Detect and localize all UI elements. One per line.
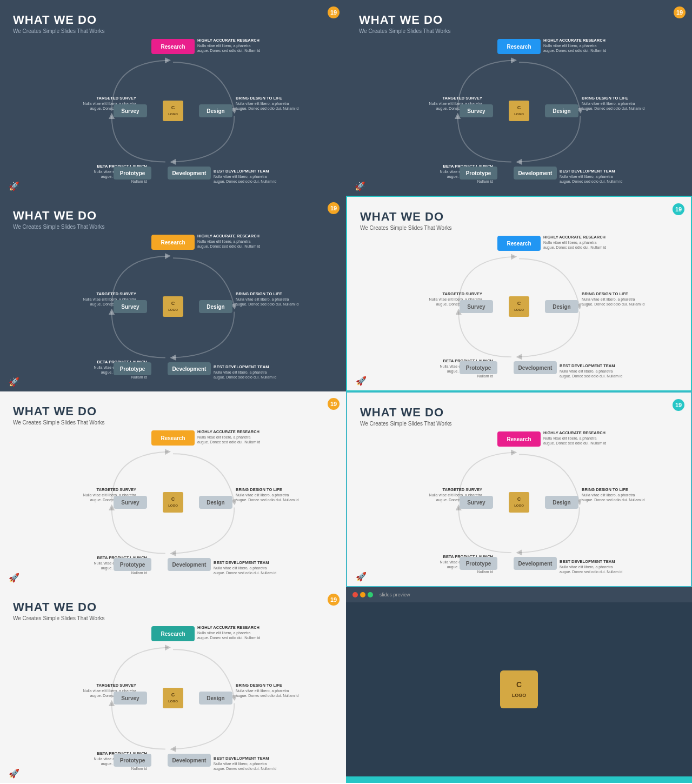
slide-8: slides preview CLOGO — [346, 587, 692, 783]
bottom-bar — [346, 776, 692, 783]
node-prototype-4: Prototype — [460, 361, 497, 374]
subtitle-slide5: We Creates Simple Slides That Works — [13, 420, 333, 426]
diagram-slide7: CLOGO Research Survey Design Prototype D… — [0, 624, 346, 772]
badge-slide4: 19 — [673, 203, 684, 215]
center-logo-5: CLOGO — [163, 492, 183, 513]
label-design-5: BRING DESIGN TO LIFE Nulla vitae elit li… — [236, 487, 301, 502]
slide-7: 19 WHAT WE DO We Creates Simple Slides T… — [0, 587, 346, 783]
label-research-5: HIGHLY ACCURATE RESEARCH Nulla vitae eli… — [197, 429, 262, 444]
center-logo-2: CLOGO — [509, 101, 529, 121]
subtitle-slide2: We Creates Simple Slides That Works — [359, 28, 679, 34]
title-slide3: WHAT WE DO — [13, 209, 333, 223]
window-title: slides preview — [380, 592, 410, 597]
label-development-1: BEST DEVELOPMENT TEAM Nulla vitae elit l… — [214, 169, 278, 184]
node-research-4: Research — [497, 236, 541, 251]
node-development-3: Development — [168, 362, 211, 375]
label-design-7: BRING DESIGN TO LIFE Nulla vitae elit li… — [236, 683, 301, 698]
node-survey-4: Survey — [460, 300, 493, 313]
center-logo-1: CLOGO — [163, 101, 183, 121]
node-research-5: Research — [151, 430, 195, 446]
label-development-5: BEST DEVELOPMENT TEAM Nulla vitae elit l… — [214, 560, 278, 575]
label-research-7: HIGHLY ACCURATE RESEARCH Nulla vitae eli… — [197, 625, 262, 640]
subtitle-slide4: We Creates Simple Slides That Works — [360, 225, 678, 231]
label-design-3: BRING DESIGN TO LIFE Nulla vitae elit li… — [236, 291, 301, 307]
title-slide4: WHAT WE DO — [360, 210, 678, 224]
center-logo-6: CLOGO — [509, 492, 529, 513]
node-development-6: Development — [514, 557, 557, 570]
diagram-slide2: CLOGO Research Survey Design Prototype D… — [346, 37, 692, 185]
slide-3: 19 WHAT WE DO We Creates Simple Slides T… — [0, 196, 346, 391]
label-research-1: HIGHLY ACCURATE RESEARCH Nulla vitae eli… — [197, 38, 262, 53]
node-survey-5: Survey — [114, 496, 147, 509]
subtitle-slide6: We Creates Simple Slides That Works — [360, 421, 678, 427]
node-design-6: Design — [545, 496, 578, 509]
node-design-7: Design — [199, 692, 232, 705]
node-research-7: Research — [151, 626, 195, 641]
node-research-6: Research — [497, 431, 541, 447]
large-logo: CLOGO — [500, 670, 538, 708]
node-design-3: Design — [199, 300, 232, 313]
diagram-slide3: CLOGO Research Survey Design Prototype D… — [0, 232, 346, 381]
center-logo-4: CLOGO — [509, 296, 529, 317]
badge-slide6: 19 — [673, 399, 684, 411]
window-maximize-btn[interactable] — [368, 592, 373, 597]
title-slide2: WHAT WE DO — [359, 13, 679, 27]
label-research-2: HIGHLY ACCURATE RESEARCH Nulla vitae eli… — [543, 38, 608, 53]
subtitle-slide3: We Creates Simple Slides That Works — [13, 224, 333, 230]
node-prototype-5: Prototype — [114, 558, 151, 571]
badge-slide2: 19 — [674, 6, 686, 18]
node-prototype-2: Prototype — [460, 167, 497, 180]
node-development-5: Development — [168, 558, 211, 571]
center-logo-3: CLOGO — [163, 296, 183, 317]
label-development-4: BEST DEVELOPMENT TEAM Nulla vitae elit l… — [560, 363, 624, 378]
node-design-1: Design — [199, 104, 232, 117]
node-prototype-3: Prototype — [114, 362, 151, 375]
diagram-slide6: CLOGO Research Survey Design Prototype D… — [347, 429, 691, 575]
label-development-7: BEST DEVELOPMENT TEAM Nulla vitae elit l… — [214, 756, 278, 771]
node-survey-2: Survey — [460, 104, 493, 117]
label-design-4: BRING DESIGN TO LIFE Nulla vitae elit li… — [582, 291, 647, 307]
label-research-3: HIGHLY ACCURATE RESEARCH Nulla vitae eli… — [197, 234, 262, 249]
node-research-1: Research — [151, 39, 195, 54]
node-survey-6: Survey — [460, 496, 493, 509]
badge-slide7: 19 — [328, 594, 340, 606]
window-close-btn[interactable] — [352, 592, 358, 597]
slide-6: 19 WHAT WE DO We Creates Simple Slides T… — [346, 391, 692, 587]
window-bar: slides preview — [346, 587, 692, 602]
diagram-slide4: CLOGO Research Survey Design Prototype D… — [347, 234, 691, 380]
node-development-1: Development — [168, 167, 211, 180]
node-design-5: Design — [199, 496, 232, 509]
node-design-2: Design — [545, 104, 578, 117]
node-survey-1: Survey — [114, 104, 147, 117]
center-logo-7: CLOGO — [163, 688, 183, 708]
label-development-6: BEST DEVELOPMENT TEAM Nulla vitae elit l… — [560, 559, 624, 574]
node-development-7: Development — [168, 754, 211, 767]
slide-1: 19 WHAT WE DO We Creates Simple Slides T… — [0, 0, 346, 196]
node-prototype-7: Prototype — [114, 754, 151, 767]
logo-center-area: CLOGO — [346, 602, 692, 776]
subtitle-slide7: We Creates Simple Slides That Works — [13, 615, 333, 621]
node-development-4: Development — [514, 361, 557, 374]
badge-slide3: 19 — [328, 202, 340, 214]
node-research-3: Research — [151, 235, 195, 250]
badge-slide1: 19 — [328, 6, 340, 18]
node-prototype-6: Prototype — [460, 557, 497, 570]
node-development-2: Development — [514, 167, 557, 180]
diagram-slide1: CLOGO Research Survey Design Prototype D… — [0, 37, 346, 185]
title-slide5: WHAT WE DO — [13, 404, 333, 418]
node-research-2: Research — [497, 39, 541, 54]
node-survey-3: Survey — [114, 300, 147, 313]
slide-5: 19 WHAT WE DO We Creates Simple Slides T… — [0, 391, 346, 587]
subtitle-slide1: We Creates Simple Slides That Works — [13, 28, 333, 34]
label-development-2: BEST DEVELOPMENT TEAM Nulla vitae elit l… — [560, 169, 624, 184]
title-slide7: WHAT WE DO — [13, 600, 333, 614]
badge-slide5: 19 — [328, 398, 340, 410]
window-minimize-btn[interactable] — [360, 592, 365, 597]
diagram-slide5: CLOGO Research Survey Design Prototype D… — [0, 428, 346, 576]
node-survey-7: Survey — [114, 692, 147, 705]
label-research-6: HIGHLY ACCURATE RESEARCH Nulla vitae eli… — [543, 430, 608, 446]
slide-2: 19 WHAT WE DO We Creates Simple Slides T… — [346, 0, 692, 196]
label-research-4: HIGHLY ACCURATE RESEARCH Nulla vitae eli… — [543, 235, 608, 250]
label-development-3: BEST DEVELOPMENT TEAM Nulla vitae elit l… — [214, 364, 278, 380]
slide-4: 19 WHAT WE DO We Creates Simple Slides T… — [346, 196, 692, 391]
